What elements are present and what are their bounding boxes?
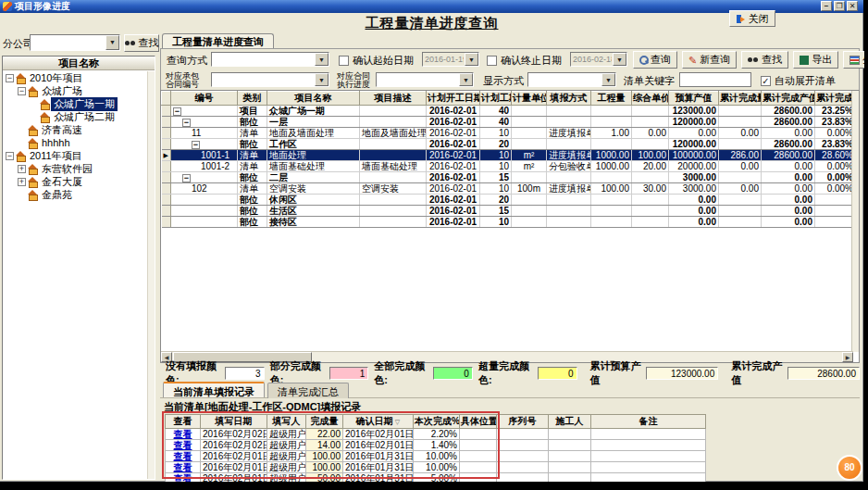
collapse-icon[interactable]: − <box>182 119 191 127</box>
grid-header-cell[interactable]: 工程量 <box>591 92 632 106</box>
tree-item[interactable]: +金石大厦 <box>3 175 155 188</box>
grid-header-cell[interactable]: 累计完成% <box>815 92 856 106</box>
tree-item[interactable]: hhhhh <box>3 136 155 149</box>
tab-progress-query[interactable]: 工程量清单进度查询 <box>162 33 274 48</box>
grid-cell-name: 接待区 <box>267 217 360 228</box>
grid-row[interactable]: −部位一层2016-02-0140120000.0028600.0023.83% <box>162 117 856 128</box>
auto-expand-checkbox[interactable]: ✓ <box>761 76 771 86</box>
report-header-cell[interactable]: 确认日期▽ <box>343 415 414 429</box>
report-header-cell[interactable]: 备注 <box>591 415 706 429</box>
toolbar-button-pencil[interactable]: 新查询 <box>682 51 737 69</box>
minimize-icon[interactable]: − <box>821 1 832 11</box>
report-header-cell[interactable]: 具体位置 <box>460 415 497 429</box>
toolbar-button-excel[interactable]: 导出 <box>793 51 838 69</box>
view-link[interactable]: 查看 <box>174 429 192 439</box>
report-row[interactable]: 查看2016年02月01日超级用户100.002016年01月31日10.00% <box>166 451 706 462</box>
chevron-down-icon[interactable]: ▼ <box>105 35 119 50</box>
grid-header-cell[interactable]: 项目描述 <box>360 92 427 106</box>
toolbar-button-binoculars[interactable]: 查找 <box>741 51 788 69</box>
grid-row[interactable]: 1001-2清单墙面基础处理墙面基础处理2016-02-0110m²分包验收单1… <box>162 161 856 172</box>
report-header-cell[interactable]: 施工人 <box>549 415 591 429</box>
grid-header-cell[interactable]: 填报方式 <box>547 92 591 106</box>
grid-vscrollbar[interactable] <box>851 91 859 352</box>
restore-icon[interactable]: ❐ <box>834 1 845 11</box>
confirm-start-date[interactable]: 2016-01-19 ▼ <box>422 52 479 67</box>
report-header-cell[interactable]: 查看 <box>166 415 201 429</box>
view-link[interactable]: 查看 <box>174 451 192 461</box>
tree-item[interactable]: +东营软件园 <box>3 162 155 175</box>
report-cell <box>460 440 497 451</box>
report-header-cell[interactable]: 完成量 <box>306 415 343 429</box>
tree-item[interactable]: −2010年项目 <box>3 71 155 84</box>
report-header-cell[interactable]: 本次完成% <box>414 415 460 429</box>
tree-item[interactable]: 众城广场二期 <box>3 110 155 123</box>
contract-progress-combo[interactable]: ▼ <box>376 72 474 87</box>
tree-item[interactable]: −众城广场 <box>3 84 155 97</box>
grid-row[interactable]: 102清单空调安装空调安装2016-02-0110100m进度填报单100.00… <box>162 183 856 195</box>
grid-header-cell[interactable]: 项目名称 <box>267 92 360 106</box>
grid-header-cell[interactable]: 编号 <box>171 92 238 106</box>
grid-header-cell[interactable]: 累计完成量 <box>719 92 762 106</box>
notification-badge[interactable]: 80 <box>837 455 862 481</box>
collapse-icon[interactable]: − <box>182 174 191 182</box>
tree-item[interactable]: 金鼎苑 <box>3 188 155 201</box>
grid-row[interactable]: 部位生活区2016-02-01150.000.00 <box>162 206 856 217</box>
chevron-down-icon[interactable]: ▼ <box>315 53 329 66</box>
confirm-start-checkbox[interactable] <box>339 56 349 66</box>
display-mode-combo[interactable]: ▼ <box>527 72 616 87</box>
grid-cell-no <box>171 217 238 228</box>
grid-row[interactable]: 部位休闲区2016-02-01200.000.00 <box>162 195 856 206</box>
report-row[interactable]: 查看2016年02月02日超级用户14.002016年02月01日1.40% <box>166 440 706 451</box>
grid-header-cell[interactable]: 综合单价 <box>632 92 669 106</box>
grid-header-cell[interactable]: 计划开工日期 <box>427 92 480 106</box>
expand-icon[interactable]: + <box>18 178 26 186</box>
collapse-icon[interactable]: − <box>6 74 14 82</box>
close-icon[interactable]: ✕ <box>847 1 858 11</box>
grid-header-cell[interactable]: 累计完成产值 <box>762 92 815 106</box>
grid-row[interactable]: 部位接待区2016-02-01100.000.00 <box>162 217 856 228</box>
chevron-down-icon[interactable]: ▼ <box>459 73 473 86</box>
tab-current-records[interactable]: 当前清单填报记录 <box>163 382 265 397</box>
company-combo[interactable]: ▼ <box>30 34 120 51</box>
tree-scrollbar[interactable] <box>147 71 155 479</box>
report-cell: 超级用户 <box>267 440 306 451</box>
grid-row[interactable]: 11清单地面及墙面处理地面及墙面处理2016-02-0110进度填报单1.000… <box>162 128 856 139</box>
grid-row[interactable]: −部位工作区2016-02-0120120000.0028600.0023.83… <box>162 139 856 150</box>
collapse-icon[interactable]: − <box>18 87 26 95</box>
collapse-icon[interactable]: − <box>173 107 181 116</box>
confirm-end-date[interactable]: 2016-02-18 ▼ <box>570 52 627 67</box>
report-cell <box>497 462 549 473</box>
toolbar-button-magnifier[interactable]: 查询 <box>633 51 677 69</box>
tree-item[interactable]: 济青高速 <box>3 123 155 136</box>
collapse-icon[interactable]: − <box>192 141 200 149</box>
collapse-icon[interactable]: − <box>6 152 14 160</box>
grid-header-cell[interactable]: 预算产值 <box>669 92 719 106</box>
grid-header-cell[interactable]: 计量单位 <box>512 92 547 106</box>
tab-summary[interactable]: 清单完成汇总 <box>267 383 349 398</box>
grid-header-cell[interactable]: 计划工期 <box>480 92 512 106</box>
query-mode-combo[interactable]: ▼ <box>211 52 329 67</box>
report-row[interactable]: 查看2016年02月01日超级用户100.002016年01月31日10.00% <box>166 462 706 473</box>
grid-row[interactable]: ▶1001-1清单地面处理2016-02-0110m²进度填报单1000.001… <box>162 150 856 161</box>
contract-no-combo[interactable]: ▼ <box>211 72 329 87</box>
find-button-left[interactable]: 查找 <box>124 34 159 52</box>
view-link[interactable]: 查看 <box>174 440 192 450</box>
chevron-down-icon[interactable]: ▼ <box>315 73 329 86</box>
chevron-down-icon[interactable]: ▼ <box>601 73 615 86</box>
grid-cell-no: 1001-1 <box>171 150 238 161</box>
tree-item[interactable]: 众城广场一期 <box>3 97 155 110</box>
expand-icon[interactable]: + <box>18 165 26 173</box>
grid-row[interactable]: −部位二层2016-02-01153000.000.000.00% <box>162 172 856 183</box>
keyword-input[interactable] <box>679 72 751 87</box>
confirm-end-checkbox[interactable] <box>487 56 497 66</box>
house-icon <box>28 86 38 95</box>
grid-cell-cum_qty <box>719 117 762 128</box>
report-header-cell[interactable]: 填写人 <box>267 415 306 429</box>
report-header-cell[interactable]: 填写日期 <box>201 415 267 429</box>
view-link[interactable]: 查看 <box>174 462 192 472</box>
grid-header-cell[interactable]: 类别 <box>238 92 267 106</box>
report-row[interactable]: 查看2016年02月02日超级用户22.002016年02月01日2.20% <box>166 429 706 440</box>
report-header-cell[interactable]: 序列号 <box>497 415 549 429</box>
tree-item[interactable]: −2011年项目 <box>3 149 155 162</box>
grid-row[interactable]: −项目众城广场一期2016-02-0140123000.0028600.0023… <box>162 106 856 117</box>
